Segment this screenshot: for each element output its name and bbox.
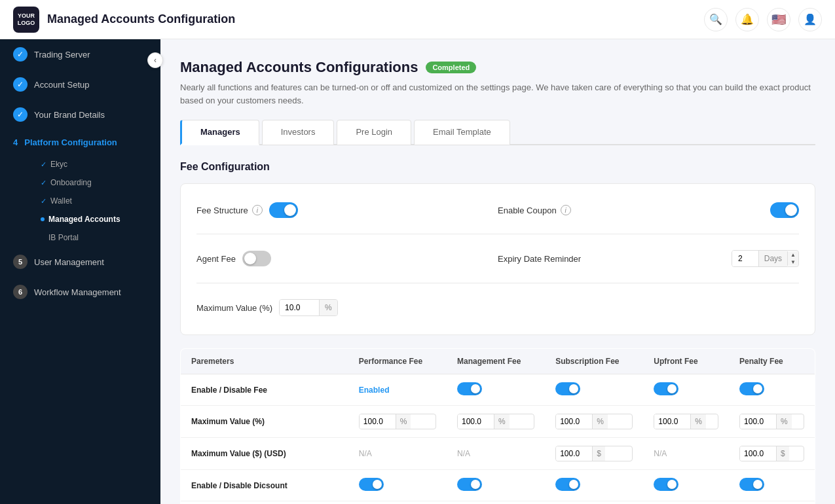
cell-sub: %	[545, 501, 643, 505]
cell-perf: N/A	[348, 438, 447, 470]
sidebar-subitem-managed-accounts[interactable]: Managed Accounts	[34, 210, 160, 228]
language-button[interactable]: 🇺🇸	[767, 8, 790, 31]
toggle-sm[interactable]	[654, 382, 678, 395]
topnav-right: 🔍 🔔 🇺🇸 👤	[704, 8, 822, 31]
sidebar-item-trading-server[interactable]: ✓ Trading Server	[0, 39, 160, 69]
sidebar-item-label: Platform Configuration	[24, 137, 117, 147]
cell-input-suffix: $	[592, 446, 605, 461]
sidebar-item-label: Workflow Management	[34, 287, 121, 297]
cell-penalty: $	[729, 438, 815, 470]
days-spinner[interactable]: ▲ ▼	[787, 251, 798, 266]
sidebar-subitem-ekyc[interactable]: ✓ Ekyc	[34, 155, 160, 173]
subitem-label: Onboarding	[50, 178, 92, 187]
sidebar-subitem-wallet[interactable]: ✓ Wallet	[34, 192, 160, 210]
sidebar-item-platform-configuration[interactable]: 4 Platform Configuration	[0, 130, 160, 155]
cell-input-field[interactable]	[740, 414, 776, 429]
cell-mgmt	[447, 374, 545, 406]
cell-mgmt	[447, 470, 545, 501]
toggle-sm[interactable]	[739, 478, 764, 491]
notification-button[interactable]: 🔔	[735, 8, 759, 31]
fee-table: Paremeters Performance Fee Management Fe…	[180, 348, 815, 504]
cell-input[interactable]: %	[654, 414, 718, 429]
fee-structure-label: Fee Structure i	[196, 205, 263, 215]
cell-input[interactable]: $	[555, 446, 633, 461]
toggle-sm-slider	[457, 382, 482, 395]
sidebar-subitem-onboarding[interactable]: ✓ Onboarding	[34, 173, 160, 192]
tab-email-template[interactable]: Email Template	[414, 120, 510, 145]
sidebar-item-user-management[interactable]: 5 User Management	[0, 247, 160, 277]
cell-input-suffix: $	[776, 446, 789, 461]
cell-input-field[interactable]	[556, 446, 592, 461]
cell-input-field[interactable]	[360, 414, 396, 429]
toggle-sm-slider	[359, 478, 384, 491]
tab-investors[interactable]: Investors	[262, 120, 335, 145]
cell-mgmt: N/A	[447, 438, 545, 470]
days-label: Days	[758, 251, 787, 266]
ekyc-check-icon: ✓	[41, 160, 46, 169]
cell-input[interactable]: %	[739, 414, 804, 429]
max-value-field[interactable]	[280, 300, 319, 315]
toggle-sm-slider	[457, 478, 482, 491]
col-parameters: Paremeters	[181, 349, 348, 374]
max-value-input[interactable]: %	[279, 299, 338, 316]
tab-managers[interactable]: Managers	[180, 120, 259, 145]
toggle-sm-slider	[555, 478, 580, 491]
days-down-btn[interactable]: ▼	[788, 259, 798, 266]
toggle-sm[interactable]	[457, 478, 482, 491]
cell-input[interactable]: %	[555, 414, 633, 429]
managed-accounts-dot-icon	[41, 217, 45, 221]
toggle-sm[interactable]	[555, 382, 580, 395]
expiry-date-value[interactable]	[732, 251, 758, 266]
sidebar-subitem-ib-portal[interactable]: IB Portal	[34, 228, 160, 247]
enable-coupon-label: Enable Coupon i	[498, 205, 571, 215]
agent-fee-row: Agent Fee Expiry Date Reminder Days ▲ ▼	[196, 245, 799, 272]
toggle-sm[interactable]	[359, 478, 384, 491]
sidebar-item-workflow-management[interactable]: 6 Workflow Management	[0, 277, 160, 307]
logo: YOURLOGO	[13, 7, 39, 33]
sidebar-item-account-setup[interactable]: ✓ Account Setup	[0, 69, 160, 99]
search-button[interactable]: 🔍	[704, 8, 728, 31]
agent-fee-toggle-slider	[242, 251, 271, 266]
sidebar: ✓ Trading Server ✓ Account Setup ✓ Your …	[0, 39, 160, 504]
agent-fee-toggle[interactable]	[242, 251, 271, 266]
cell-perf: %	[348, 406, 447, 438]
cell-input-field[interactable]	[556, 414, 592, 429]
enable-coupon-info-icon[interactable]: i	[561, 205, 571, 215]
sidebar-item-label: Your Brand Details	[34, 110, 105, 120]
toggle-sm[interactable]	[457, 382, 482, 395]
expiry-date-input[interactable]: Days ▲ ▼	[732, 250, 799, 267]
cell-input[interactable]: %	[359, 414, 436, 429]
days-up-btn[interactable]: ▲	[788, 251, 798, 259]
cell-input[interactable]: %	[457, 414, 534, 429]
fee-structure-info-icon[interactable]: i	[252, 205, 263, 215]
toggle-sm-slider	[555, 382, 580, 395]
subitem-label: Wallet	[50, 196, 72, 206]
sidebar-collapse-button[interactable]: ‹	[147, 52, 163, 68]
cell-upfront	[643, 374, 729, 406]
cell-input[interactable]: $	[739, 446, 804, 461]
app-title: Managed Accounts Configuration	[47, 12, 235, 26]
max-value-left: Maximum Value (%) %	[196, 299, 498, 316]
enable-coupon-toggle[interactable]	[770, 202, 799, 218]
platform-config-num-icon: 4	[13, 137, 18, 147]
cell-penalty	[729, 374, 815, 406]
cell-input-field[interactable]	[654, 414, 690, 429]
na-text: N/A	[457, 449, 470, 458]
tab-pre-login[interactable]: Pre Login	[337, 120, 411, 145]
user-button[interactable]: 👤	[798, 8, 822, 31]
col-subscription-fee: Subscription Fee	[545, 349, 643, 374]
na-text: N/A	[359, 449, 372, 458]
cell-input-field[interactable]	[458, 414, 494, 429]
cell-input-field[interactable]	[740, 446, 776, 461]
toggle-sm[interactable]	[555, 478, 580, 491]
cell-input-suffix: %	[776, 414, 792, 429]
fee-table-header-row: Paremeters Performance Fee Management Fe…	[181, 349, 815, 374]
main-content: Managed Accounts Configurations Complete…	[160, 39, 835, 504]
toggle-sm[interactable]	[654, 478, 678, 491]
fee-structure-toggle[interactable]	[269, 202, 298, 218]
sidebar-item-label: Trading Server	[34, 50, 90, 60]
toggle-sm-slider	[739, 382, 764, 395]
toggle-sm[interactable]	[739, 382, 764, 395]
col-management-fee: Management Fee	[447, 349, 545, 374]
sidebar-item-your-brand-details[interactable]: ✓ Your Brand Details	[0, 99, 160, 130]
